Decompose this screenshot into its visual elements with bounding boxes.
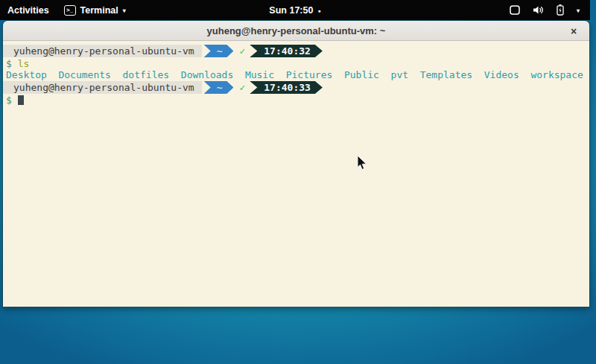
terminal-icon: >_ [64, 5, 76, 16]
typed-command: ls [18, 58, 30, 69]
window-titlebar[interactable]: yuheng@henry-personal-ubuntu-vm: ~ × [3, 21, 589, 41]
close-button[interactable]: × [565, 21, 582, 41]
system-status-area[interactable]: ▾ [510, 4, 590, 16]
prompt-line: yuheng@henry-personal-ubuntu-vm ~ ✓ 17:4… [3, 81, 589, 94]
window-title: yuheng@henry-personal-ubuntu-vm: ~ [3, 25, 589, 36]
shell-prompt-symbol: $ [6, 58, 12, 69]
mouse-pointer-icon [357, 156, 368, 171]
prompt-time-segment: 17:40:32 [250, 45, 323, 57]
screen-icon [510, 5, 520, 15]
shell-prompt-symbol: $ [6, 95, 12, 106]
close-icon: × [571, 25, 577, 37]
prompt-status-check-icon: ✓ [239, 81, 245, 94]
volume-icon [533, 5, 544, 15]
system-menu-chevron-icon: ▾ [577, 7, 580, 14]
prompt-status-check-icon: ✓ [239, 45, 245, 57]
chevron-down-icon: ▾ [123, 7, 126, 14]
app-menu-terminal[interactable]: >_ Terminal ▾ [58, 5, 132, 16]
ls-output: Desktop Documents dotfiles Downloads Mus… [3, 69, 589, 80]
prompt-path-segment: ~ [204, 45, 234, 57]
prompt-path-segment: ~ [204, 81, 234, 94]
text-cursor [18, 95, 24, 105]
notification-dot-icon: ● [317, 8, 320, 13]
prompt-userhost-segment: yuheng@henry-personal-ubuntu-vm [3, 45, 202, 57]
prompt-line: yuheng@henry-personal-ubuntu-vm ~ ✓ 17:4… [3, 45, 589, 57]
battery-charging-icon [557, 4, 564, 16]
app-menu-label: Terminal [80, 5, 118, 16]
top-bar: Activities >_ Terminal ▾ Sun 17:50 ● ▾ [0, 0, 590, 20]
prompt-time-segment: 17:40:33 [250, 81, 323, 94]
prompt-userhost-segment: yuheng@henry-personal-ubuntu-vm [3, 81, 202, 94]
terminal-content[interactable]: yuheng@henry-personal-ubuntu-vm ~ ✓ 17:4… [3, 41, 589, 307]
command-line: $ ls [3, 58, 589, 69]
terminal-window: yuheng@henry-personal-ubuntu-vm: ~ × yuh… [2, 20, 590, 307]
activities-button[interactable]: Activities [0, 5, 58, 16]
command-line-active[interactable]: $ [3, 95, 589, 106]
clock[interactable]: Sun 17:50 [269, 5, 313, 16]
